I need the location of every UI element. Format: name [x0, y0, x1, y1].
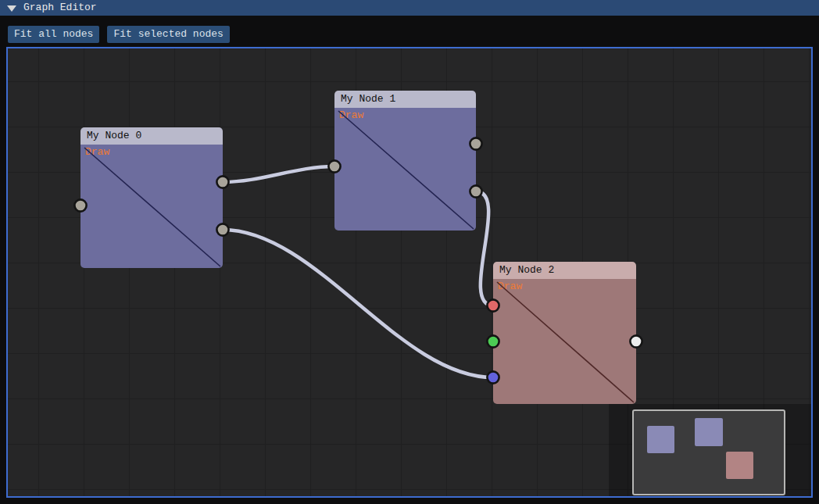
link-wire-node0-to-node2[interactable] — [223, 230, 493, 377]
pin-my-node-0-output-0[interactable] — [216, 176, 228, 188]
fit-selected-nodes-button[interactable]: Fit selected nodes — [107, 26, 229, 43]
link-wire-node0-to-node1[interactable] — [223, 166, 334, 182]
pin-my-node-1-output-1[interactable] — [470, 185, 481, 197]
minimap-node-2 — [726, 452, 753, 479]
node-my-node-2[interactable]: My Node 2Draw — [493, 262, 636, 404]
graph-editor-canvas[interactable]: My Node 0DrawMy Node 1DrawMy Node 2Draw — [6, 47, 813, 498]
node-body-my-node-0: Draw — [80, 145, 223, 268]
pin-my-node-0-output-1[interactable] — [216, 223, 228, 235]
node-draw-label: Draw — [498, 281, 522, 292]
window-title: Graph Editor — [23, 0, 97, 16]
link-wire-node1-to-node2[interactable] — [476, 191, 493, 306]
window-titlebar[interactable]: Graph Editor — [0, 0, 819, 16]
pin-my-node-2-input-0[interactable] — [487, 299, 499, 311]
node-my-node-1[interactable]: My Node 1Draw — [334, 91, 476, 231]
minimap-node-1 — [695, 418, 723, 446]
node-draw-label: Draw — [339, 109, 363, 121]
node-title-my-node-2[interactable]: My Node 2 — [493, 262, 636, 279]
minimap-node-0 — [647, 426, 674, 453]
pin-my-node-1-input-0[interactable] — [328, 160, 340, 172]
node-title-my-node-0[interactable]: My Node 0 — [80, 127, 223, 145]
pin-my-node-2-input-2[interactable] — [487, 371, 499, 383]
node-title-my-node-1[interactable]: My Node 1 — [334, 91, 476, 108]
node-my-node-0[interactable]: My Node 0Draw — [80, 127, 223, 268]
collapse-arrow-icon[interactable] — [7, 5, 16, 12]
pin-my-node-2-output-0[interactable] — [630, 335, 642, 347]
minimap[interactable] — [632, 409, 785, 495]
node-draw-label: Draw — [85, 146, 109, 158]
pin-my-node-2-input-1[interactable] — [487, 335, 499, 347]
pin-my-node-0-input-0[interactable] — [74, 199, 86, 211]
pin-my-node-1-output-0[interactable] — [470, 138, 481, 149]
fit-all-nodes-button[interactable]: Fit all nodes — [8, 26, 99, 43]
node-body-my-node-2: Draw — [493, 279, 636, 404]
node-body-my-node-1: Draw — [334, 108, 476, 231]
toolbar: Fit all nodes Fit selected nodes — [8, 26, 230, 43]
